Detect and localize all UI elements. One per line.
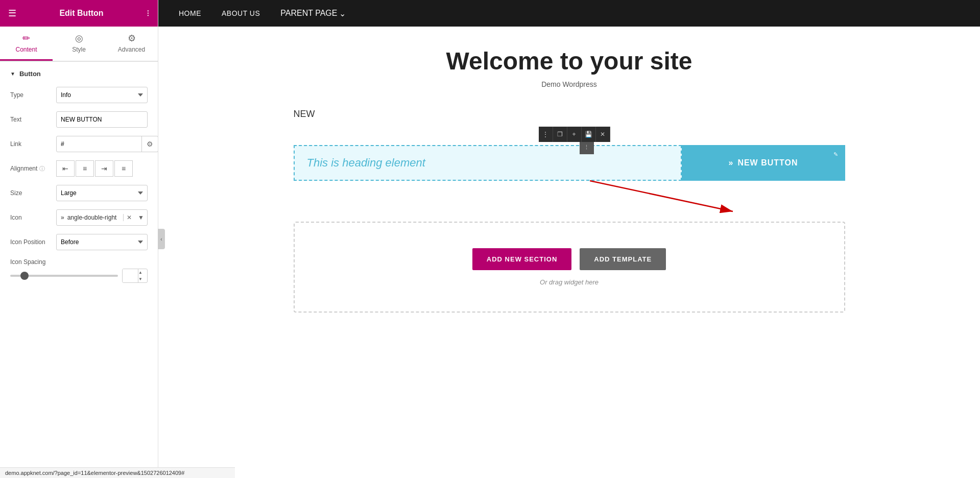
edit-button[interactable]: ✎ <box>830 148 842 160</box>
button-cell: » NEW BUTTON ✎ <box>682 145 845 181</box>
align-left-button[interactable]: ⇤ <box>56 160 75 177</box>
svg-line-1 <box>590 181 733 211</box>
icon-field-row: Icon » angle-double-right ✕ ▼ <box>0 205 158 230</box>
sidebar-tabs: ✏ Content ◎ Style ⚙ Advanced <box>0 27 158 62</box>
main-canvas: Welcome to your site Demo Wordpress NEW … <box>158 27 980 478</box>
nav-about[interactable]: ABOUT US <box>222 9 260 17</box>
size-select[interactable]: Small Medium Large Extra Large <box>56 185 148 201</box>
arrow-container <box>294 181 845 211</box>
size-field-row: Size Small Medium Large Extra Large <box>0 181 158 205</box>
chevron-down-icon-2[interactable]: ▼ <box>135 214 147 221</box>
link-input[interactable] <box>57 140 141 148</box>
sidebar-header: ☰ Edit Button ⁝ <box>0 0 158 27</box>
alignment-row: Alignment ⓘ ⇤ ≡ ⇥ ≡ <box>0 156 158 181</box>
text-field-row: Text <box>0 107 158 132</box>
top-navigation: HOME ABOUT US PARENT PAGE ⌄ <box>158 0 980 27</box>
num-input-wrap: ▲ ▼ <box>122 269 148 283</box>
icon-select-text: » angle-double-right <box>57 214 123 221</box>
site-title: Welcome to your site <box>294 47 845 75</box>
toolbar-columns-btn[interactable]: ⋮ <box>539 127 553 142</box>
icon-position-control: Before After <box>56 234 148 250</box>
icon-position-select[interactable]: Before After <box>56 234 148 250</box>
url-bar: demo.appknet.com/?page_id=11&elementor-p… <box>0 467 235 478</box>
element-row: This is heading element » NEW BUTTON ✎ <box>294 145 845 181</box>
text-label: Text <box>10 116 51 123</box>
type-control: Info Default Primary Success Warning Dan… <box>56 87 148 103</box>
tab-style[interactable]: ◎ Style <box>53 27 105 61</box>
toolbar-close-btn[interactable]: ✕ <box>596 127 610 142</box>
slider-controls: ▲ ▼ <box>10 269 148 283</box>
icon-spacing-input[interactable] <box>123 269 138 282</box>
align-center-button[interactable]: ≡ <box>76 160 94 177</box>
tab-style-label: Style <box>72 46 86 53</box>
text-control <box>56 111 148 128</box>
add-new-section-button[interactable]: ADD NEW SECTION <box>472 248 572 270</box>
add-section-area: ADD NEW SECTION ADD TEMPLATE Or drag wid… <box>294 222 845 313</box>
tab-content-label: Content <box>15 46 37 53</box>
icon-name: angle-double-right <box>67 214 117 221</box>
align-justify-button[interactable]: ≡ <box>114 160 133 177</box>
button-label: NEW BUTTON <box>737 158 798 168</box>
column-resize-handle[interactable]: ⋮ <box>580 140 594 154</box>
element-wrapper: ⋮ ❐ + 💾 ✕ ⋮ This is heading element » <box>294 145 845 181</box>
nav-parent[interactable]: PARENT PAGE ⌄ <box>280 9 346 18</box>
alignment-label: Alignment ⓘ <box>10 165 51 173</box>
icon-select-actions: ✕ ▼ <box>123 214 147 221</box>
tab-advanced[interactable]: ⚙ Advanced <box>105 27 158 61</box>
size-label: Size <box>10 189 51 197</box>
align-right-button[interactable]: ⇥ <box>95 160 113 177</box>
new-button[interactable]: » NEW BUTTON <box>712 150 814 176</box>
sidebar-content: ▼ Button Type Info Default Primary Succe… <box>0 62 158 478</box>
link-label: Link <box>10 140 51 148</box>
canvas-inner: Welcome to your site Demo Wordpress NEW … <box>263 27 876 333</box>
link-input-wrap: ⚙ <box>56 136 158 152</box>
add-template-button[interactable]: ADD TEMPLATE <box>580 248 666 270</box>
drag-text: Or drag widget here <box>540 278 599 286</box>
add-section-buttons: ADD NEW SECTION ADD TEMPLATE <box>472 248 666 270</box>
toolbar-save-btn[interactable]: 💾 <box>582 127 596 142</box>
icon-position-label: Icon Position <box>10 238 51 246</box>
sidebar-collapse-handle[interactable]: ‹ <box>158 229 165 249</box>
button-icon: » <box>728 158 733 168</box>
text-input[interactable] <box>56 111 148 128</box>
grid-icon[interactable]: ⁝ <box>147 8 150 19</box>
type-select[interactable]: Info Default Primary Success Warning Dan… <box>56 87 148 103</box>
nav-home[interactable]: HOME <box>179 9 201 17</box>
size-control: Small Medium Large Extra Large <box>56 185 148 201</box>
sidebar-title: Edit Button <box>59 9 103 18</box>
icon-spacing-label: Icon Spacing <box>10 258 148 266</box>
site-subtitle: Demo Wordpress <box>294 80 845 88</box>
icon-spacing-row: Icon Spacing ▲ ▼ <box>0 254 158 287</box>
spinner-down[interactable]: ▼ <box>138 276 142 282</box>
button-section-header: ▼ Button <box>0 62 158 83</box>
spinner-up[interactable]: ▲ <box>138 269 142 276</box>
section-collapse-arrow[interactable]: ▼ <box>10 71 15 77</box>
content-tab-icon: ✏ <box>22 33 30 44</box>
section-title: Button <box>19 70 41 78</box>
element-toolbar: ⋮ ❐ + 💾 ✕ <box>539 127 610 142</box>
icon-label: Icon <box>10 214 51 221</box>
hamburger-icon[interactable]: ☰ <box>8 8 16 19</box>
toolbar-add-btn[interactable]: + <box>567 127 582 142</box>
icon-spacing-slider[interactable] <box>10 275 118 277</box>
alignment-buttons: ⇤ ≡ ⇥ ≡ <box>56 160 133 177</box>
heading-text: This is heading element <box>307 156 425 169</box>
type-label: Type <box>10 91 51 99</box>
type-field-row: Type Info Default Primary Success Warnin… <box>0 83 158 107</box>
icon-prefix: » <box>61 214 64 221</box>
tab-content[interactable]: ✏ Content <box>0 27 53 61</box>
icon-clear-button[interactable]: ✕ <box>124 214 135 221</box>
link-field-row: Link ⚙ <box>0 132 158 156</box>
tab-advanced-label: Advanced <box>118 46 145 53</box>
column-resize-handle-wrapper: ⋮ <box>580 140 594 154</box>
toolbar-duplicate-btn[interactable]: ❐ <box>553 127 567 142</box>
alignment-info-icon: ⓘ <box>39 165 45 173</box>
icon-select-wrap: » angle-double-right ✕ ▼ <box>56 209 148 226</box>
heading-cell: This is heading element <box>294 145 682 181</box>
style-tab-icon: ◎ <box>75 33 83 44</box>
url-text: demo.appknet.com/?page_id=11&elementor-p… <box>5 470 184 476</box>
sidebar: ☰ Edit Button ⁝ ✏ Content ◎ Style ⚙ Adva… <box>0 0 158 478</box>
num-spinners: ▲ ▼ <box>138 269 142 282</box>
link-gear-icon[interactable]: ⚙ <box>141 136 158 152</box>
section-label: NEW <box>294 109 845 119</box>
